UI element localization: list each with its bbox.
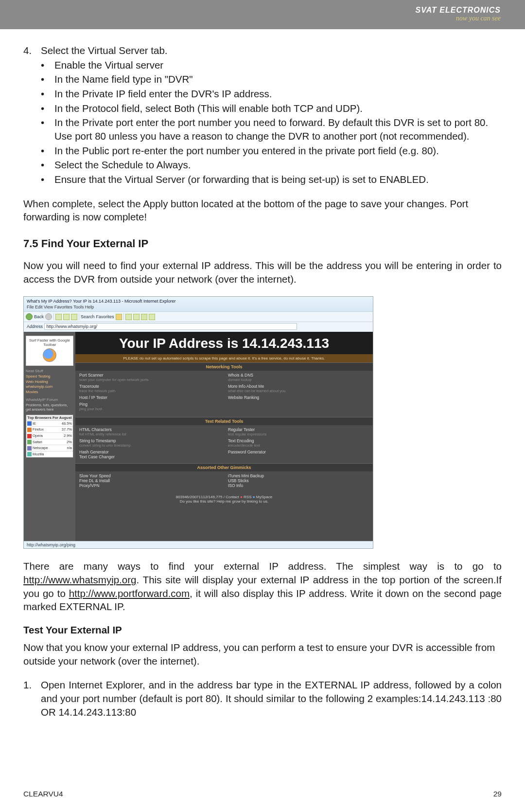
window-menu: File Edit View Favorites Tools Help <box>27 305 370 309</box>
table-head: Top Browsers For August <box>26 415 73 421</box>
step-4: 4. Select the Virtual Server tab. <box>23 44 502 57</box>
section-heading-7-5: 7.5 Find Your External IP <box>23 237 502 250</box>
page-header-bar: SVAT ELECTRONICS now you can see <box>0 0 525 29</box>
brand-name: SVAT ELECTRONICS <box>416 6 501 15</box>
forward-icon[interactable] <box>45 313 52 320</box>
refresh-icon[interactable] <box>63 314 70 320</box>
link-portforward[interactable]: http://www.portforward.com <box>69 588 190 599</box>
history-icon[interactable] <box>116 314 122 320</box>
link-whatsmyip[interactable]: http://www.whatsmyip.org <box>23 574 136 585</box>
window-titlebar: What's My IP Address? Your IP is 14.14.2… <box>24 297 373 311</box>
sidebar-text: Problems, tuts, questions, get answers h… <box>26 403 73 412</box>
page-content: 4. Select the Virtual Server tab. •Enabl… <box>0 29 525 719</box>
manual-page: SVAT ELECTRONICS now you can see 4. Sele… <box>0 0 525 812</box>
bullet: •In the Private port enter the port numb… <box>41 116 502 143</box>
step-text: Select the Virtual Server tab. <box>41 44 168 57</box>
sidebar-ad[interactable]: Surf Faster with Google Toolbar <box>26 336 73 366</box>
firefox-icon <box>43 348 56 362</box>
webpage-body: Surf Faster with Google Toolbar Neat Stu… <box>24 332 373 541</box>
step-4-bullets: •Enable the Virtual server •In the Name … <box>23 58 502 186</box>
bullet: •In the Name field type in "DVR" <box>41 72 502 86</box>
bullet: •Ensure that the Virtual Server (or forw… <box>41 173 502 186</box>
step-text: Open Internet Explorer, and in the addre… <box>41 678 502 719</box>
window-title: What's My IP Address? Your IP is 14.14.2… <box>27 299 370 304</box>
address-bar-row: Address http://www.whatsmyip.org/ <box>24 322 373 332</box>
bullet: •In the Public port re-enter the port nu… <box>41 144 502 158</box>
browser-screenshot: What's My IP Address? Your IP is 14.14.2… <box>23 296 373 549</box>
webpage-footer: 803946/20071112/149,775 / Contact ● RSS … <box>75 492 373 508</box>
sidebar-heading: Neat Stuff <box>26 369 73 373</box>
table-row: Safari2% <box>26 439 73 446</box>
back-icon[interactable] <box>26 313 33 320</box>
ip-subtext: PLEASE do not set up automated scripts t… <box>75 354 373 362</box>
ip-address-banner: Your IP Address is 14.14.243.113 <box>75 332 373 354</box>
footer-model: CLEARVU4 <box>23 790 63 798</box>
sidebar-link[interactable]: whatsmyip.com <box>26 384 73 389</box>
bullet: •In the Protocol field, select Both (Thi… <box>41 102 502 115</box>
brand-block: SVAT ELECTRONICS now you can see <box>416 6 501 22</box>
table-row: Opera2.9% <box>26 433 73 439</box>
browser-toolbar: Back Search Favorites <box>24 311 373 322</box>
edit-icon[interactable] <box>141 314 147 320</box>
print-icon[interactable] <box>133 314 140 320</box>
table-row: Mozilla <box>26 451 73 458</box>
status-bar: http://whatsmyip.org/ping <box>24 541 373 548</box>
mail-icon[interactable] <box>125 314 132 320</box>
sidebar-link[interactable]: Web Hosting <box>26 379 73 384</box>
webpage-sidebar: Surf Faster with Google Toolbar Neat Stu… <box>24 332 75 541</box>
test-step-1: 1. Open Internet Explorer, and in the ad… <box>23 678 502 719</box>
page-footer: CLEARVU4 29 <box>23 790 502 798</box>
find-ip-paragraph: There are many ways to find your externa… <box>23 559 502 614</box>
bullet: •Enable the Virtual server <box>41 58 502 72</box>
brand-tagline: now you can see <box>416 15 501 22</box>
bullet: •Select the Schedule to Always. <box>41 158 502 172</box>
step-number: 4. <box>23 44 41 57</box>
sidebar-heading: WhatsMyIP Forum <box>26 397 73 402</box>
back-label[interactable]: Back <box>34 314 44 319</box>
home-icon[interactable] <box>71 314 77 320</box>
table-row: IE48.5% <box>26 421 73 427</box>
discuss-icon[interactable] <box>149 314 155 320</box>
table-row: Firefox37.7% <box>26 427 73 433</box>
stop-icon[interactable] <box>55 314 62 320</box>
address-input[interactable]: http://www.whatsmyip.org/ <box>44 323 297 330</box>
table-row: Netscapen/a <box>26 445 73 451</box>
section-intro: Now you will need to find your external … <box>23 259 502 286</box>
bullet: •In the Private IP field enter the DVR's… <box>41 87 502 101</box>
sidebar-link[interactable]: Movies <box>26 390 73 395</box>
search-label[interactable]: Search <box>81 314 95 319</box>
step-number: 1. <box>23 678 41 719</box>
subheading-test-ip: Test Your External IP <box>23 624 502 636</box>
completion-paragraph: When complete, select the Apply button l… <box>23 197 502 224</box>
browser-stats-table: Top Browsers For August IE48.5% Firefox3… <box>26 415 73 458</box>
address-label: Address <box>27 324 43 329</box>
sidebar-link[interactable]: Speed Testing <box>26 374 73 379</box>
webpage-main: Your IP Address is 14.14.243.113 PLEASE … <box>75 332 373 541</box>
favorites-label[interactable]: Favorites <box>96 314 114 319</box>
footer-page-number: 29 <box>493 790 502 798</box>
test-intro: Now that you know your external IP addre… <box>23 641 502 668</box>
section-head: Networking Tools <box>75 362 373 371</box>
